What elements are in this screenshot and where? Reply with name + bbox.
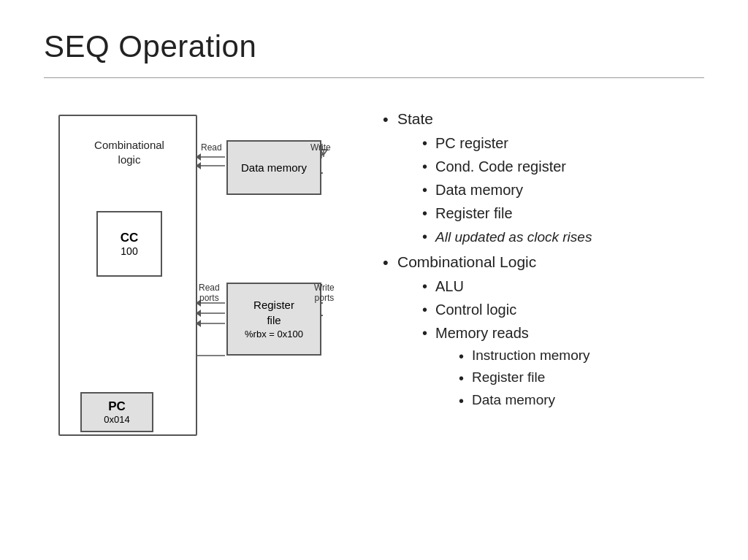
pc-label: PC [108, 399, 126, 414]
pc-box: PC 0x014 [80, 392, 153, 432]
write-label-dm: Write [310, 142, 331, 153]
register-file-label: Registerfile [253, 297, 294, 328]
data-memory-reads-item: Data memory [456, 390, 704, 411]
combinational-label: Combinational Logic [397, 253, 536, 270]
read-label-dm: Read [201, 142, 222, 153]
combinational-logic-box: Combinationallogic CC 100 [58, 115, 197, 436]
pc-register-item: PC register [419, 132, 704, 154]
diagram: Combinationallogic CC 100 Data memory Re… [44, 100, 351, 450]
outer-box-label: Combinationallogic [78, 138, 180, 166]
control-logic-item: Control logic [419, 299, 704, 321]
register-file-value: %rbx = 0x100 [245, 328, 303, 341]
combinational-bullet: Combinational Logic ALU Control logic Me… [380, 250, 704, 410]
slide-container: SEQ Operation [0, 0, 748, 560]
read-ports-label: Readports [199, 283, 220, 304]
cc-box: CC 100 [96, 211, 162, 277]
state-bullet: State PC register Cond. Code register Da… [380, 107, 704, 248]
register-file-item: Register file [419, 202, 704, 224]
memory-reads-item: Memory reads Instruction memory Register… [419, 322, 704, 411]
state-label: State [397, 110, 433, 127]
clock-note-item: All updated as clock rises [419, 226, 704, 248]
cond-code-item: Cond. Code register [419, 156, 704, 177]
title-divider [44, 77, 704, 78]
italic-note: All updated as clock rises [435, 229, 592, 245]
write-ports-label: Writeports [314, 283, 335, 304]
data-memory-item: Data memory [419, 179, 704, 201]
slide-title: SEQ Operation [44, 29, 704, 64]
alu-item: ALU [419, 275, 704, 297]
cc-label: CC [121, 231, 139, 245]
data-memory-box: Data memory [226, 140, 321, 195]
instruction-memory-item: Instruction memory [456, 345, 704, 367]
register-file-box: Registerfile %rbx = 0x100 [226, 283, 321, 356]
pc-value: 0x014 [104, 414, 129, 425]
register-file-reads-item: Register file [456, 367, 704, 388]
cc-value: 100 [121, 245, 137, 257]
content-area: Combinationallogic CC 100 Data memory Re… [44, 100, 704, 538]
bullet-list: State PC register Cond. Code register Da… [380, 100, 704, 413]
data-memory-label: Data memory [241, 161, 307, 175]
